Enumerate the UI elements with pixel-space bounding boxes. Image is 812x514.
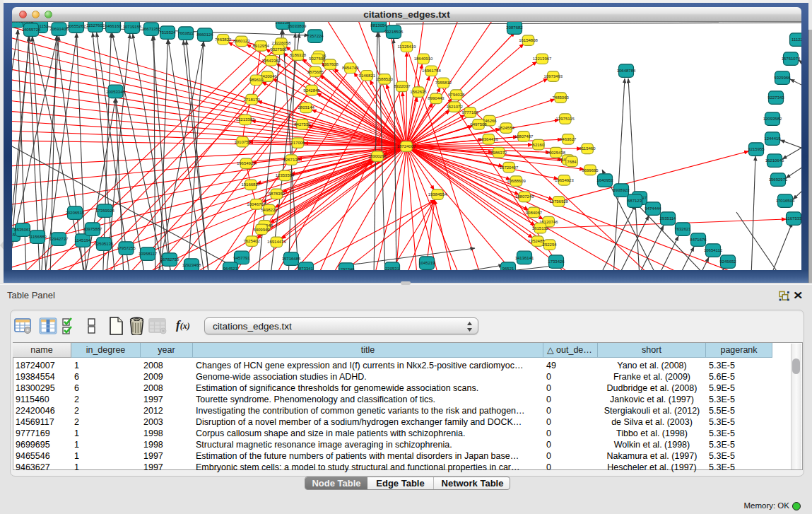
svg-text:18807249: 18807249 <box>515 194 534 199</box>
svg-text:1167533: 1167533 <box>786 216 801 221</box>
svg-text:2718170: 2718170 <box>243 98 260 102</box>
svg-text:10975887: 10975887 <box>83 227 102 231</box>
svg-text:873341: 873341 <box>299 267 314 270</box>
svg-text:9327506: 9327506 <box>270 47 287 52</box>
svg-text:217006: 217006 <box>290 141 305 145</box>
svg-text:15751074: 15751074 <box>782 57 801 61</box>
svg-text:16914479: 16914479 <box>267 240 286 244</box>
svg-text:12093582: 12093582 <box>763 117 782 121</box>
svg-text:9242845: 9242845 <box>303 88 320 93</box>
svg-text:15716485: 15716485 <box>282 257 301 261</box>
svg-text:15692971: 15692971 <box>769 177 788 182</box>
svg-text:11527602: 11527602 <box>86 23 105 28</box>
svg-text:3824554: 3824554 <box>498 126 515 130</box>
svg-text:7955812: 7955812 <box>435 81 452 85</box>
svg-text:17016504: 17016504 <box>776 199 795 203</box>
svg-text:10688609: 10688609 <box>507 179 526 183</box>
svg-text:16154808: 16154808 <box>519 38 538 42</box>
svg-text:3267130: 3267130 <box>283 158 300 162</box>
svg-text:19654923: 19654923 <box>237 161 256 165</box>
svg-text:12942737: 12942737 <box>49 237 69 241</box>
svg-text:7684: 7684 <box>567 160 577 164</box>
svg-text:1562635: 1562635 <box>410 90 427 94</box>
svg-text:5938923: 5938923 <box>613 188 630 192</box>
svg-text:19218506: 19218506 <box>384 30 404 34</box>
svg-text:1733426: 1733426 <box>548 259 565 264</box>
svg-text:12505135: 12505135 <box>95 242 114 246</box>
svg-text:6497508: 6497508 <box>470 122 487 127</box>
svg-text:9474444: 9474444 <box>645 206 661 211</box>
svg-text:16671355: 16671355 <box>142 27 161 31</box>
svg-text:10807487: 10807487 <box>514 134 534 139</box>
svg-text:9457791: 9457791 <box>233 256 250 260</box>
svg-text:9245652: 9245652 <box>719 259 736 264</box>
svg-text:964521: 964521 <box>223 267 238 270</box>
svg-text:9463627: 9463627 <box>560 137 577 141</box>
svg-text:7986372: 7986372 <box>490 151 507 155</box>
svg-text:1244419: 1244419 <box>764 136 781 141</box>
svg-text:20206516: 20206516 <box>66 211 85 215</box>
svg-text:10543362: 10543362 <box>261 59 281 63</box>
svg-text:6794028: 6794028 <box>448 93 465 97</box>
svg-text:7463822: 7463822 <box>215 37 232 42</box>
svg-text:16210643: 16210643 <box>765 158 784 163</box>
svg-text:11325419: 11325419 <box>397 45 416 49</box>
svg-text:9115460: 9115460 <box>579 146 596 151</box>
svg-text:9699695: 9699695 <box>582 168 599 173</box>
svg-text:19654923: 19654923 <box>555 178 574 182</box>
svg-text:96521: 96521 <box>502 267 514 270</box>
svg-text:8660124: 8660124 <box>196 33 213 37</box>
svg-text:18300295: 18300295 <box>368 154 387 158</box>
svg-text:16961758: 16961758 <box>422 69 441 73</box>
svg-text:12213383: 12213383 <box>236 117 255 122</box>
svg-text:7357224: 7357224 <box>307 34 324 38</box>
svg-text:1045219: 1045219 <box>418 261 435 265</box>
svg-text:9146821: 9146821 <box>359 74 376 78</box>
svg-text:62160: 62160 <box>533 143 545 147</box>
svg-text:19756928: 19756928 <box>549 199 568 204</box>
svg-text:10654112: 10654112 <box>704 248 723 252</box>
svg-text:1615132: 1615132 <box>532 226 549 230</box>
svg-text:1621072: 1621072 <box>446 105 463 109</box>
svg-text:687123: 687123 <box>628 199 642 203</box>
svg-text:9329966: 9329966 <box>774 76 791 80</box>
svg-text:10958117: 10958117 <box>139 252 158 256</box>
svg-text:1640953: 1640953 <box>596 178 613 182</box>
svg-text:1145194: 1145194 <box>75 238 92 243</box>
svg-text:8427552: 8427552 <box>294 122 311 127</box>
svg-text:10046766: 10046766 <box>247 202 266 206</box>
svg-text:9777169: 9777169 <box>462 110 479 115</box>
svg-text:17957255: 17957255 <box>117 246 136 250</box>
svg-text:9327508: 9327508 <box>309 57 326 61</box>
svg-text:989610: 989610 <box>249 78 264 82</box>
svg-text:6466160: 6466160 <box>105 24 122 28</box>
svg-text:1292346: 1292346 <box>338 267 355 270</box>
svg-text:8454749: 8454749 <box>342 66 359 70</box>
svg-text:16033809: 16033809 <box>288 24 307 28</box>
svg-text:8186328: 8186328 <box>290 53 307 57</box>
svg-text:2588520: 2588520 <box>376 77 393 81</box>
svg-text:19166827: 19166827 <box>241 182 260 187</box>
svg-text:220531: 220531 <box>385 267 400 270</box>
svg-text:7485063: 7485063 <box>553 95 570 100</box>
svg-text:7632621: 7632621 <box>674 227 691 231</box>
svg-text:18640910: 18640910 <box>414 57 433 61</box>
svg-text:8471676: 8471676 <box>690 238 707 242</box>
svg-text:17359924: 17359924 <box>95 209 114 213</box>
svg-text:12353594: 12353594 <box>276 173 295 177</box>
svg-text:8912954: 8912954 <box>253 44 270 48</box>
svg-text:1010755: 1010755 <box>234 140 251 144</box>
svg-text:8990443: 8990443 <box>428 96 445 100</box>
svg-text:7663822: 7663822 <box>177 31 194 35</box>
svg-text:252254: 252254 <box>543 243 558 247</box>
svg-text:9084067: 9084067 <box>526 211 543 215</box>
svg-text:9227343: 9227343 <box>767 95 784 100</box>
svg-text:20053346: 20053346 <box>106 90 125 94</box>
svg-text:10025438: 10025438 <box>546 151 565 155</box>
svg-text:20691406: 20691406 <box>49 27 69 31</box>
svg-text:16782759: 16782759 <box>160 257 180 262</box>
svg-text:2087682: 2087682 <box>506 25 523 30</box>
svg-text:15720407: 15720407 <box>500 165 519 170</box>
svg-text:12975115: 12975115 <box>556 117 575 121</box>
svg-text:2367608: 2367608 <box>322 62 339 66</box>
